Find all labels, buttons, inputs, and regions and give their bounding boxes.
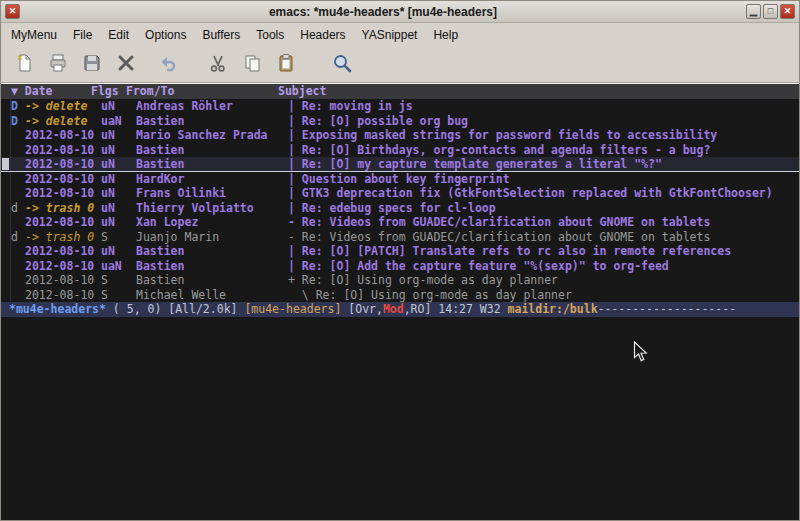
from-cell: Michael Welle	[136, 288, 288, 303]
menu-item-headers[interactable]: Headers	[292, 25, 353, 45]
subject-cell: | Re: [O] Add the capture feature "%(sex…	[288, 259, 799, 274]
flags-cell: uN	[101, 99, 136, 114]
message-row[interactable]: d -> trash 0 S Juanjo Marin - Re: Videos…	[1, 230, 799, 245]
fringe-scrollbar[interactable]	[1, 230, 11, 245]
menu-item-yasnippet[interactable]: YASnippet	[354, 25, 426, 45]
message-row[interactable]: 2012-08-10 uaN Bastien | Re: [O] Add the…	[1, 259, 799, 274]
flags-cell: uaN	[101, 259, 136, 274]
fringe-scrollbar[interactable]	[1, 273, 11, 288]
date-cell: -> trash 0	[25, 201, 101, 216]
from-cell: Bastien	[136, 143, 288, 158]
fringe-scrollbar[interactable]	[1, 288, 11, 303]
modeline-segment: [mu4e-headers]	[244, 302, 341, 316]
print-button[interactable]	[43, 51, 73, 79]
message-row[interactable]: D -> delete uN Andreas Röhler | Re: movi…	[1, 99, 799, 114]
message-row[interactable]: 2012-08-10 uN HardKor | Question about k…	[1, 172, 799, 187]
subject-cell: | Exposing masked strings for password f…	[288, 128, 799, 143]
close-icon: ✕	[784, 7, 792, 16]
tool-bar	[1, 47, 799, 83]
new-file-button[interactable]	[9, 51, 39, 79]
menu-item-file[interactable]: File	[65, 25, 100, 45]
mode-line[interactable]: *mu4e-headers* ( 5, 0) [All/2.0k] [mu4e-…	[1, 302, 799, 317]
fringe-scrollbar[interactable]	[1, 215, 11, 230]
from-cell: Bastien	[136, 157, 288, 171]
mark-cell	[11, 143, 25, 158]
fringe-scrollbar[interactable]	[1, 114, 11, 129]
message-row[interactable]: 2012-08-10 uN Bastien | Re: [O] [PATCH] …	[1, 244, 799, 259]
message-list: D -> delete uN Andreas Röhler | Re: movi…	[1, 99, 799, 302]
flags-cell: uaN	[101, 114, 136, 129]
fringe-scrollbar[interactable]	[1, 143, 11, 158]
menu-item-help[interactable]: Help	[425, 25, 466, 45]
save-button[interactable]	[77, 51, 107, 79]
flags-cell: S	[101, 273, 136, 288]
message-row[interactable]: 2012-08-10 uN Mario Sanchez Prada | Expo…	[1, 128, 799, 143]
menu-item-tools[interactable]: Tools	[248, 25, 292, 45]
subject-cell: | Re: [O] my capture template generates …	[288, 157, 799, 171]
minimize-icon: ▁	[750, 7, 757, 16]
subject-cell: | Question about key fingerprint	[288, 172, 799, 187]
search-icon	[332, 53, 352, 77]
column-header-subject[interactable]: Subject	[278, 84, 799, 99]
fringe-scrollbar[interactable]	[1, 201, 11, 216]
menu-item-options[interactable]: Options	[137, 25, 194, 45]
message-row[interactable]: d -> trash 0 uN Thierry Volpiatto | Re: …	[1, 201, 799, 216]
flags-cell: uN	[101, 186, 136, 201]
undo-button[interactable]	[153, 51, 183, 79]
date-cell: 2012-08-10	[25, 128, 101, 143]
paste-button[interactable]	[271, 51, 301, 79]
column-header-date[interactable]: ▼ Date	[1, 84, 91, 99]
title-bar: ✕ emacs: *mu4e-headers* [mu4e-headers] ▁…	[1, 1, 799, 23]
header-line: ▼ Date Flgs From/To Subject	[1, 84, 799, 99]
message-row[interactable]: 2012-08-10 uN Frans Oilinki | GTK3 depre…	[1, 186, 799, 201]
from-cell: Bastien	[136, 273, 288, 288]
mark-cell	[11, 186, 25, 201]
fringe-scrollbar[interactable]	[1, 244, 11, 259]
column-header-flags[interactable]: Flgs	[91, 84, 126, 99]
message-row[interactable]: 2012-08-10 S Bastien + Re: [O] Using org…	[1, 273, 799, 288]
subject-cell: | Re: edebug specs for cl-loop	[288, 201, 799, 216]
date-cell: 2012-08-10	[25, 157, 101, 171]
fringe-scrollbar[interactable]	[1, 259, 11, 274]
message-row[interactable]: 2012-08-10 uN Xan Lopez - Re: Videos fro…	[1, 215, 799, 230]
fringe-scrollbar[interactable]	[1, 128, 11, 143]
date-cell: 2012-08-10	[25, 186, 101, 201]
message-row[interactable]: D -> delete uaN Bastien | Re: [O] possib…	[1, 114, 799, 129]
date-cell: 2012-08-10	[25, 172, 101, 187]
message-row[interactable]: 2012-08-10 uN Bastien | Re: [O] Birthday…	[1, 143, 799, 158]
minimize-button[interactable]: ▁	[746, 4, 761, 19]
flags-cell: uN	[101, 215, 136, 230]
window-menu-button[interactable]: ✕	[5, 4, 20, 19]
subject-cell: | Re: moving in js	[288, 99, 799, 114]
from-cell: Bastien	[136, 114, 288, 129]
fringe-scrollbar[interactable]	[1, 99, 11, 114]
message-row[interactable]: 2012-08-10 S Michael Welle \ Re: [O] Usi…	[1, 288, 799, 303]
close-button[interactable]: ✕	[780, 4, 795, 19]
search-button[interactable]	[327, 51, 357, 79]
mark-cell	[11, 288, 25, 303]
flags-cell: uN	[101, 157, 136, 171]
maximize-button[interactable]: □	[763, 4, 778, 19]
fringe-scrollbar[interactable]	[1, 186, 11, 201]
subject-cell: | Re: [O] Birthdays, org-contacts and ag…	[288, 143, 799, 158]
fringe-scrollbar[interactable]	[1, 157, 11, 171]
modeline-segment: ,RO]	[404, 302, 439, 316]
mark-cell: d	[11, 201, 25, 216]
subject-cell: + Re: [O] Using org-mode as day planner	[288, 273, 799, 288]
fringe-scrollbar[interactable]	[1, 172, 11, 187]
close-buffer-button[interactable]	[111, 51, 141, 79]
menu-item-buffers[interactable]: Buffers	[194, 25, 248, 45]
subject-cell: | GTK3 deprecation fix (GtkFontSelection…	[288, 186, 799, 201]
menu-item-edit[interactable]: Edit	[100, 25, 137, 45]
menu-item-mymenu[interactable]: MyMenu	[3, 25, 65, 45]
subject-cell: - Re: Videos from GUADEC/clarification a…	[288, 230, 799, 245]
copy-button[interactable]	[237, 51, 267, 79]
column-header-from[interactable]: From/To	[126, 84, 278, 99]
close-buffer-icon	[116, 53, 136, 77]
from-cell: Thierry Volpiatto	[136, 201, 288, 216]
from-cell: Juanjo Marin	[136, 230, 288, 245]
cut-button[interactable]	[203, 51, 233, 79]
new-file-icon	[14, 53, 34, 77]
modeline-segment: *mu4e-headers*	[9, 302, 106, 316]
message-row[interactable]: 2012-08-10 uN Bastien | Re: [O] my captu…	[1, 157, 799, 172]
